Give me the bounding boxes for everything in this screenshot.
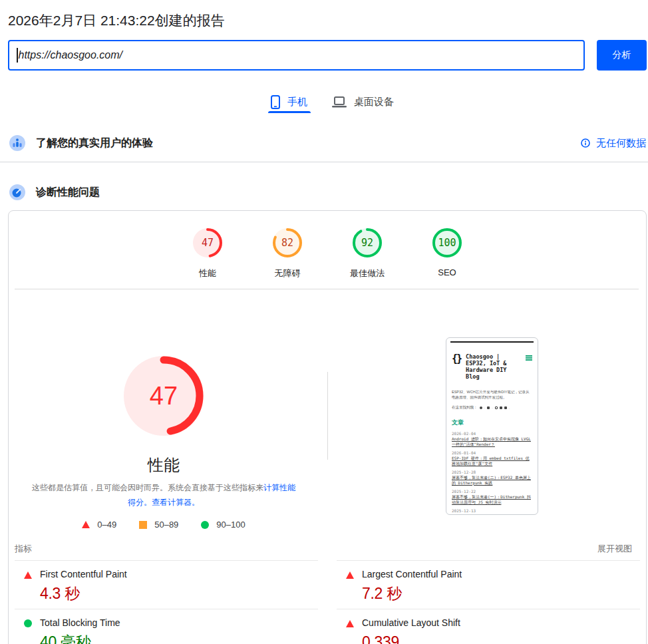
metric-fail-icon	[346, 620, 354, 627]
diagnose-gauge-icon	[9, 184, 25, 200]
svg-text:92: 92	[361, 237, 373, 249]
active-tab-underline	[268, 111, 311, 113]
tab-desktop-label: 桌面设备	[354, 96, 394, 108]
url-input[interactable]: https://chaosgoo.com/	[8, 40, 585, 71]
thumb-site-title: Chaosgoo | ESP32, IoT & Hardware DIY Blo…	[466, 353, 506, 380]
category-gauge-pass-3[interactable]: 100 SEO	[414, 228, 480, 279]
mobile-icon	[271, 95, 280, 109]
url-text: https://chaosgoo.com/	[19, 49, 123, 61]
search-row: https://chaosgoo.com/ 分析	[8, 40, 647, 71]
metric-name: Largest Contentful Paint	[362, 569, 640, 579]
section-divider	[0, 162, 648, 162]
legend-fail-shape	[82, 521, 90, 528]
section-diagnose: 诊断性能问题	[8, 184, 647, 200]
metric-value: 0.339	[362, 633, 640, 644]
category-gauge-pass-2[interactable]: 92 最佳做法	[334, 228, 401, 279]
thumb-post: 2025-12-13	[452, 508, 532, 513]
metric-item: Largest Contentful Paint 7.2 秒	[337, 560, 640, 609]
performance-section: 47 性能 这些都是估算值，且可能会因时而异。系统会直接基于这些指标来计算性能得…	[9, 289, 646, 544]
info-icon	[581, 138, 590, 148]
metric-item: Cumulative Layout Shift 0.339	[337, 609, 640, 644]
pagespeed-report-page: 2026年2月7日 21:43:22创建的报告 https://chaosgoo…	[0, 0, 648, 644]
metric-fail-icon	[24, 571, 32, 579]
analyze-button[interactable]: 分析	[597, 40, 647, 71]
metric-pass-icon	[24, 619, 32, 627]
thumb-post-list: 2026-02-04 Android 进阶：如何在安卓中实现像 LVGL 一样的…	[446, 431, 538, 513]
thumb-post-link: ESP-IDF 硬件：用 embed_txtfiles 优雅地加载任意"废"文件	[452, 456, 532, 466]
view-calculator-link[interactable]: 查看计算器。	[152, 498, 200, 507]
metrics-heading: 指标	[15, 544, 32, 554]
no-data-area: 无任何数据	[581, 137, 647, 150]
thumb-post: 2026-02-04 Android 进阶：如何在安卓中实现像 LVGL 一样的…	[452, 431, 532, 446]
metric-value: 7.2 秒	[362, 585, 640, 602]
thumb-bilibili-icon	[487, 406, 490, 409]
svg-text:82: 82	[281, 237, 293, 249]
tab-mobile-label: 手机	[287, 96, 307, 108]
category-gauge-fail-0[interactable]: 47 性能	[174, 228, 241, 279]
thumb-find-me-label: 在这里找到我：	[452, 405, 478, 410]
metric-item: First Contentful Paint 4.3 秒	[15, 560, 318, 609]
performance-gauge-block: 47 性能 这些都是估算值，且可能会因时而异。系统会直接基于这些指标来计算性能得…	[9, 289, 319, 530]
thumb-email-icon	[495, 406, 498, 409]
performance-score-gauge[interactable]: 47	[124, 356, 204, 436]
legend-average-shape	[139, 521, 147, 529]
device-tabs: 手机 桌面设备	[19, 93, 647, 111]
thumb-social-row: 在这里找到我： · · .	[452, 405, 532, 410]
thumb-post-date: 2025-12-28	[452, 470, 532, 474]
page-screenshot-thumbnail: {} Chaosgoo | ESP32, IoT & Hardware DIY …	[446, 337, 538, 515]
category-gauges: 47 性能 82 无障碍 92 最佳做法 100 SEO	[9, 211, 646, 279]
thumb-top-line	[450, 341, 534, 343]
metrics-header: 指标 展开视图	[15, 544, 632, 554]
metric-item: Total Blocking Time 40 毫秒	[15, 609, 318, 644]
performance-description: 这些都是估算值，且可能会因时而异。系统会直接基于这些指标来计算性能得分。查看计算…	[29, 480, 298, 510]
metric-fail-icon	[346, 571, 354, 579]
thumb-site-logo: {}	[452, 353, 461, 364]
category-label: 最佳做法	[334, 267, 401, 279]
score-legend: 0–49 50–89 90–100	[9, 520, 319, 530]
metric-name: Cumulative Layout Shift	[362, 618, 640, 628]
desktop-icon	[332, 96, 347, 108]
metric-name: First Contentful Paint	[40, 569, 318, 579]
metric-name: Total Blocking Time	[40, 618, 318, 628]
legend-item-pass: 90–100	[201, 520, 245, 530]
tab-mobile[interactable]: 手机	[268, 93, 311, 111]
thumb-post-link: 屏幕不够，算法来凑(二)：ESP32 单色屏上的 Ditherpunk 实践	[452, 475, 532, 485]
thumb-header: {} Chaosgoo | ESP32, IoT & Hardware DIY …	[452, 353, 532, 380]
svg-text:47: 47	[202, 237, 214, 249]
category-label: SEO	[414, 267, 480, 277]
performance-description-text: 这些都是估算值，且可能会因时而异。系统会直接基于这些指标来	[32, 483, 263, 492]
legend-item-average: 50–89	[139, 520, 178, 530]
page-title: 2026年2月7日 21:43:22创建的报告	[8, 0, 647, 28]
thumb-post: 2026-01-04 ESP-IDF 硬件：用 embed_txtfiles 优…	[452, 450, 532, 466]
real-users-icon	[9, 135, 25, 151]
thumb-post-date: 2025-12-22	[452, 489, 532, 494]
tab-desktop[interactable]: 桌面设备	[329, 93, 397, 111]
thumb-post: 2025-12-22 屏幕不够，算法来凑(一)：Ditherpunk 抖动算法原…	[452, 489, 532, 504]
category-label: 性能	[174, 267, 241, 279]
vertical-divider	[327, 372, 328, 460]
thumb-post: 2025-12-28 屏幕不够，算法来凑(二)：ESP32 单色屏上的 Dith…	[452, 470, 532, 485]
svg-text:100: 100	[438, 237, 456, 249]
expand-view-link[interactable]: 展开视图	[597, 544, 632, 554]
legend-item-fail: 0–49	[82, 520, 116, 530]
no-data-link[interactable]: 无任何数据	[596, 137, 646, 150]
report-card: 47 性能 82 无障碍 92 最佳做法 100 SEO 47 性能	[8, 210, 647, 644]
thumb-github-icon	[480, 406, 482, 409]
section-field-data-title: 了解您的真实用户的体验	[36, 136, 153, 150]
thumb-menu-icon	[526, 355, 532, 357]
thumb-post-link: Android 进阶：如何在安卓中实现像 LVGL 一样的"活体"Render？	[452, 436, 532, 446]
category-gauge-average-1[interactable]: 82 无障碍	[254, 228, 321, 279]
performance-title: 性能	[9, 456, 319, 474]
legend-pass-shape	[201, 521, 209, 529]
svg-text:47: 47	[150, 382, 178, 410]
thumb-articles-heading: 文章	[452, 418, 532, 427]
thumb-intro-text: ESP32、WCH芯片开发与硬件DIY笔记，记录从电路原理、固件调试到开发过程。	[452, 389, 532, 400]
category-label: 无障碍	[254, 267, 321, 279]
thumb-x-icon	[504, 406, 507, 409]
section-field-data: 了解您的真实用户的体验 无任何数据	[8, 135, 647, 151]
metrics-grid: First Contentful Paint 4.3 秒 Largest Con…	[15, 560, 640, 644]
metric-value: 4.3 秒	[40, 585, 318, 602]
metric-value: 40 毫秒	[40, 633, 318, 644]
thumb-post-date: 2025-12-13	[452, 508, 532, 513]
thumb-post-link: 屏幕不够，算法来凑(一)：Ditherpunk 抖动算法原理与 JS 实时演示	[452, 494, 532, 504]
